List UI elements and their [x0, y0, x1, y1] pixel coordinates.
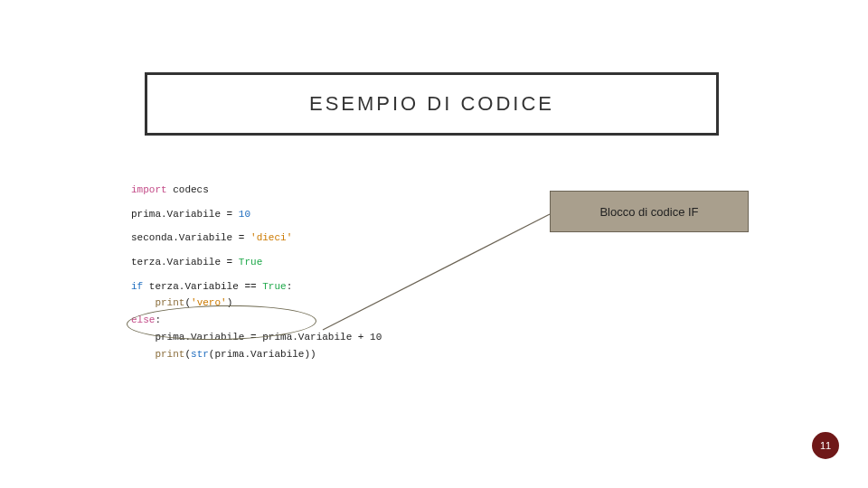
code-line-1: import codecs: [131, 182, 366, 199]
code-text: ): [227, 297, 233, 308]
keyword-str: str: [191, 349, 209, 360]
code-line-2: prima.Variabile = 10: [131, 206, 366, 223]
title-container: ESEMPIO DI CODICE: [145, 72, 719, 136]
keyword-print: print: [155, 297, 184, 308]
keyword-import: import: [131, 184, 167, 195]
page-number: 11: [820, 440, 831, 451]
code-block: import codecs prima.Variabile = 10 secon…: [122, 176, 375, 368]
code-indent: [131, 349, 155, 360]
code-text: terza.Variabile ==: [143, 281, 262, 292]
keyword-print: print: [155, 349, 184, 360]
literal-string: 'dieci': [250, 232, 292, 243]
code-text: prima.Variabile =: [131, 209, 239, 220]
code-line-7: else:: [131, 312, 366, 329]
code-text: (prima.Variabile)): [209, 349, 316, 360]
keyword-if: if: [131, 281, 143, 292]
code-line-4: terza.Variabile = True: [131, 254, 366, 271]
literal-true: True: [262, 281, 286, 292]
code-text: seconda.Variabile =: [131, 232, 250, 243]
literal-string: 'vero': [191, 297, 227, 308]
annotation-label: Blocco di codice IF: [599, 205, 698, 219]
literal-true: True: [239, 257, 262, 267]
code-indent: [131, 297, 155, 308]
annotation-box: Blocco di codice IF: [550, 191, 749, 232]
code-text: codecs: [167, 184, 209, 195]
code-text: terza.Variabile =: [131, 257, 239, 267]
page-number-badge: 11: [812, 432, 839, 459]
code-line-3: seconda.Variabile = 'dieci': [131, 230, 366, 247]
code-line-8: prima.Variabile = prima.Variabile + 10: [131, 329, 366, 346]
code-line-6: print('vero'): [131, 295, 366, 312]
slide-title: ESEMPIO DI CODICE: [309, 92, 554, 116]
code-text: :: [287, 281, 293, 292]
literal-number: 10: [239, 209, 250, 220]
keyword-else: else: [131, 314, 155, 325]
code-line-9: print(str(prima.Variabile)): [131, 346, 366, 363]
code-line-5: if terza.Variabile == True:: [131, 278, 366, 296]
code-text: :: [155, 314, 161, 325]
